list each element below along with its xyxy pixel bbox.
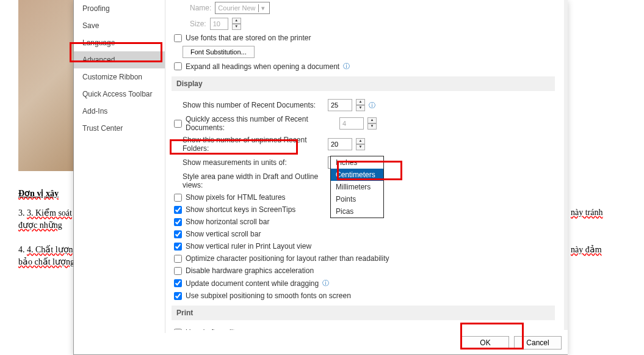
draft-quality-label: Use draft quality (186, 328, 239, 330)
subpixel-checkbox[interactable] (174, 292, 182, 300)
optimize-char-label: Optimize character positioning for layou… (186, 254, 389, 263)
update-dragging-checkbox[interactable] (174, 279, 182, 287)
update-dragging-label: Update document content while dragging (186, 279, 319, 288)
spinner-down-icon[interactable]: ▼ (356, 105, 365, 111)
options-sidebar: Proofing Save Language Advanced Customiz… (74, 0, 165, 333)
name-label: Name: (172, 4, 211, 12)
print-section-header: Print (172, 306, 555, 320)
doc-heading: Đơn vị xây (18, 188, 59, 199)
h-scrollbar-checkbox[interactable] (174, 218, 182, 226)
sidebar-item-language[interactable]: Language (74, 34, 165, 51)
doc-line: bảo chất lượng (18, 257, 74, 267)
units-dropdown[interactable]: Inches Centimeters Millimeters Points Pi… (330, 156, 384, 218)
subpixel-label: Use subpixel positioning to smooth fonts… (186, 291, 351, 300)
sidebar-item-quick-access-toolbar[interactable]: Quick Access Toolbar (74, 86, 165, 103)
style-area-label: Style area pane width in Draft and Outli… (172, 172, 324, 189)
spinner-down-icon: ▼ (232, 24, 241, 30)
sidebar-item-save[interactable]: Save (74, 17, 165, 34)
v-ruler-label: Show vertical ruler in Print Layout view (186, 242, 311, 251)
doc-line: 4. 4. Chất lượng (18, 244, 78, 255)
disable-hw-label: Disable hardware graphics acceleration (186, 266, 314, 275)
spinner-up-icon[interactable]: ▲ (356, 99, 365, 105)
sidebar-item-customize-ribbon[interactable]: Customize Ribbon (74, 68, 165, 86)
spinner-up-icon[interactable]: ▲ (356, 138, 365, 144)
info-icon[interactable]: ⓘ (343, 62, 350, 71)
use-fonts-printer-label: Use fonts that are stored on the printer (186, 34, 311, 42)
h-scrollbar-label: Show horizontal scroll bar (186, 218, 269, 226)
ok-button[interactable]: OK (461, 336, 509, 350)
doc-line: 3. 3. Kiểm soát (18, 208, 72, 218)
optimize-char-checkbox[interactable] (174, 255, 182, 263)
v-ruler-checkbox[interactable] (174, 243, 182, 251)
measurements-label: Show measurements in units of: (172, 158, 324, 167)
v-scrollbar-checkbox[interactable] (174, 230, 182, 238)
recent-docs-input[interactable] (328, 99, 352, 111)
shortcut-keys-label: Show shortcut keys in ScreenTips (186, 205, 295, 214)
sidebar-item-proofing[interactable]: Proofing (74, 0, 165, 17)
background-image (18, 0, 73, 171)
options-content: Name: Courier New▾ Size: ▲▼ Use fonts th… (165, 0, 561, 330)
expand-headings-checkbox[interactable] (174, 62, 182, 70)
pixels-html-label: Show pixels for HTML features (186, 193, 286, 202)
recent-folders-label: Show this number of unpinned Recent Fold… (172, 136, 324, 153)
spinner-up-icon: ▲ (232, 18, 241, 24)
recent-folders-input[interactable] (328, 138, 352, 150)
font-substitution-button[interactable]: Font Substitution... (183, 46, 255, 58)
shortcut-keys-checkbox[interactable] (174, 206, 182, 214)
display-section-header: Display (172, 76, 555, 91)
quick-access-checkbox[interactable] (174, 120, 182, 128)
quick-access-label: Quickly access this number of Recent Doc… (186, 115, 336, 132)
draft-quality-checkbox[interactable] (174, 329, 182, 331)
dialog-button-bar: OK Cancel (461, 334, 562, 352)
v-scrollbar-label: Show vertical scroll bar (186, 230, 261, 238)
options-dialog: Proofing Save Language Advanced Customiz… (73, 0, 568, 355)
dropdown-opt-millimeters[interactable]: Millimeters (331, 181, 383, 193)
dropdown-opt-inches[interactable]: Inches (331, 156, 383, 169)
cancel-button[interactable]: Cancel (514, 336, 562, 350)
pixels-html-checkbox[interactable] (174, 194, 182, 202)
size-input (210, 18, 228, 30)
dropdown-opt-picas[interactable]: Picas (331, 205, 383, 218)
spinner-down-icon: ▼ (367, 123, 377, 130)
disable-hw-checkbox[interactable] (174, 267, 182, 275)
use-fonts-printer-checkbox[interactable] (174, 34, 182, 42)
info-icon[interactable]: ⓘ (322, 279, 329, 288)
sidebar-item-add-ins[interactable]: Add-Ins (74, 103, 165, 120)
name-select: Courier New▾ (215, 2, 270, 14)
recent-docs-label: Show this number of Recent Documents: (172, 101, 324, 109)
dropdown-opt-points[interactable]: Points (331, 193, 383, 205)
quick-access-input (339, 117, 364, 130)
dropdown-opt-centimeters[interactable]: Centimeters (331, 169, 383, 181)
spinner-down-icon[interactable]: ▼ (356, 144, 365, 150)
spinner-up-icon: ▲ (367, 117, 377, 123)
expand-headings-label: Expand all headings when opening a docum… (186, 62, 339, 71)
sidebar-item-advanced[interactable]: Advanced (74, 51, 165, 68)
info-icon[interactable]: ⓘ (369, 101, 375, 110)
size-label: Size: (172, 20, 206, 28)
doc-line: này tránh (571, 208, 602, 218)
doc-line: được những (18, 220, 62, 230)
sidebar-item-trust-center[interactable]: Trust Center (74, 120, 165, 137)
doc-line: này đảm (571, 244, 602, 255)
